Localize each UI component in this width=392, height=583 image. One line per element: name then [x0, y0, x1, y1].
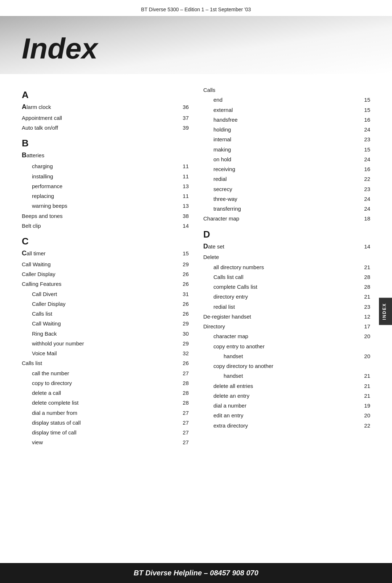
list-item: making 15: [203, 145, 370, 154]
list-item: view 27: [22, 437, 189, 447]
list-item: extra directory 22: [203, 421, 370, 430]
list-item: Appointment call 37: [22, 113, 189, 123]
list-item: performance 13: [22, 181, 189, 191]
section-calls: Calls end 15 external 15 handsfree 16 ho…: [203, 85, 370, 224]
list-item: complete Calls list 28: [203, 282, 370, 292]
list-item: Belt clip 14: [22, 221, 189, 231]
list-item: external 15: [203, 105, 370, 115]
list-item: delete an entry 21: [203, 391, 370, 401]
list-item: dial a number from 27: [22, 408, 189, 418]
list-item: Call Waiting 29: [22, 259, 189, 269]
list-item: charging 11: [22, 161, 189, 171]
title-area: Index: [0, 16, 392, 74]
list-item: copy entry to another: [203, 341, 370, 351]
list-item: Ring Back 30: [22, 329, 189, 339]
list-item: three-way 24: [203, 194, 370, 204]
list-item: copy directory to another: [203, 361, 370, 371]
list-item: Delete: [203, 252, 370, 262]
list-item: display status of call 27: [22, 418, 189, 428]
list-item: holding 24: [203, 125, 370, 134]
list-item: Caller Display 26: [22, 299, 189, 309]
letter-d: D: [203, 229, 370, 240]
letter-b: B: [22, 138, 189, 149]
page-footer: BT Diverse Helpline – 08457 908 070: [0, 563, 392, 583]
list-item: Calls list 26: [22, 309, 189, 319]
list-item: character map 20: [203, 331, 370, 341]
list-item: Batteries: [22, 150, 189, 161]
list-item: all directory numbers 21: [203, 262, 370, 272]
index-side-tab: INDEX: [379, 298, 392, 325]
list-item: installing 11: [22, 171, 189, 181]
list-item: directory entry 21: [203, 292, 370, 301]
page-header: BT Diverse 5300 – Edition 1 – 1st Septem…: [0, 0, 392, 16]
list-item: edit an entry 20: [203, 410, 370, 420]
list-item: Character map 18: [203, 214, 370, 223]
list-item: call the number 27: [22, 368, 189, 378]
list-item: Directory 17: [203, 321, 370, 331]
list-item: Calls list 26: [22, 358, 189, 368]
list-item: De-register handset 12: [203, 312, 370, 321]
list-item: Call Divert 31: [22, 289, 189, 299]
list-item: Beeps and tones 38: [22, 211, 189, 221]
letter-a: A: [22, 89, 189, 101]
list-item: delete complete list 28: [22, 398, 189, 408]
list-item: handset 20: [203, 351, 370, 361]
list-item: internal 23: [203, 134, 370, 144]
list-item: display time of call 27: [22, 428, 189, 437]
list-item: on hold 24: [203, 154, 370, 164]
section-b: B Batteries charging 11 installing 11 pe…: [22, 138, 189, 231]
list-item: Date set 14: [203, 241, 370, 252]
content-area: A Alarm clock 36 Appointment call 37 Aut…: [0, 74, 392, 472]
list-item: withhold your number 29: [22, 339, 189, 348]
letter-c: C: [22, 236, 189, 247]
list-item: warning beeps 13: [22, 201, 189, 211]
list-item: replacing 11: [22, 191, 189, 201]
list-item: redial 22: [203, 174, 370, 184]
list-item: redial list 23: [203, 302, 370, 312]
list-item: copy to directory 28: [22, 378, 189, 388]
left-column: A Alarm clock 36 Appointment call 37 Aut…: [22, 85, 189, 450]
list-item: Calls list call 28: [203, 272, 370, 282]
list-item: handsfree 16: [203, 115, 370, 125]
list-item: Call timer 15: [22, 248, 189, 259]
right-column: Calls end 15 external 15 handsfree 16 ho…: [203, 85, 370, 450]
list-item: Voice Mail 32: [22, 348, 189, 358]
section-c: C Call timer 15 Call Waiting 29 Caller D…: [22, 236, 189, 448]
page-title: Index: [22, 34, 98, 63]
list-item: Calls: [203, 85, 370, 95]
list-item: delete all entries 21: [203, 381, 370, 391]
list-item: Calling Features 26: [22, 279, 189, 289]
list-item: Call Waiting 29: [22, 319, 189, 328]
section-d: D Date set 14 Delete all directory numbe…: [203, 229, 370, 430]
list-item: handset 21: [203, 371, 370, 381]
list-item: delete a call 28: [22, 388, 189, 398]
list-item: receiving 16: [203, 164, 370, 174]
list-item: Auto talk on/off 39: [22, 123, 189, 133]
list-item: Caller Display 26: [22, 269, 189, 279]
list-item: dial a number 19: [203, 401, 370, 410]
list-item: secrecy 23: [203, 184, 370, 194]
list-item: end 15: [203, 95, 370, 105]
list-item: Alarm clock 36: [22, 101, 189, 113]
section-a: A Alarm clock 36 Appointment call 37 Aut…: [22, 89, 189, 133]
list-item: transferring 24: [203, 204, 370, 214]
